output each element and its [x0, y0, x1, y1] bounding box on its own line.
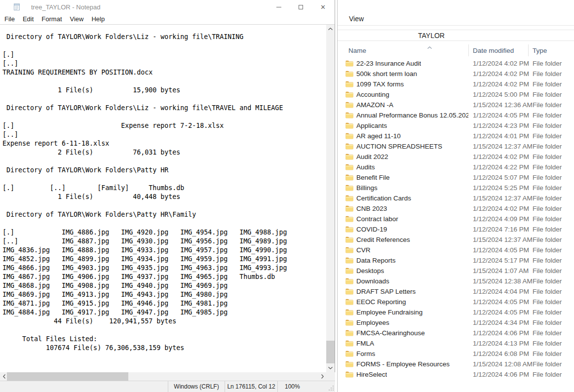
file-name: Benefit File — [356, 174, 390, 181]
menu-help[interactable]: Help — [87, 14, 109, 24]
menu-format[interactable]: Format — [38, 14, 66, 24]
explorer-ribbon: View — [338, 0, 574, 26]
file-row[interactable]: Desktops 1/15/2024 1:07 AM File folder — [338, 266, 574, 276]
file-date: 1/15/2024 12:37 AM — [468, 236, 528, 243]
scroll-down-icon[interactable] — [326, 364, 335, 372]
notepad-window: tree_TAYLOR - Notepad ✕ File Edit Format… — [0, 0, 335, 392]
file-type: File folder — [528, 163, 574, 171]
folder-icon — [345, 133, 353, 139]
column-separator[interactable] — [528, 44, 529, 56]
file-row[interactable]: Applicants 1/12/2024 4:23 PM File folder — [338, 120, 574, 131]
window-title: tree_TAYLOR - Notepad — [31, 3, 100, 11]
file-row[interactable]: FORMS - Employee Resources 1/15/2024 12:… — [338, 359, 574, 369]
file-row[interactable]: Certification Cards 1/15/2024 12:37 AM F… — [338, 193, 574, 203]
column-header-type[interactable]: Type — [533, 47, 547, 54]
file-date: 1/12/2024 4:05 PM — [468, 298, 528, 306]
file-row[interactable]: FMCSA-Clearinghouse 1/12/2024 4:06 PM Fi… — [338, 328, 574, 338]
file-type: File folder — [528, 101, 574, 109]
file-row[interactable]: Employees 1/12/2024 4:34 PM File folder — [338, 317, 574, 328]
maximize-button[interactable] — [290, 0, 312, 14]
file-name-cell: Desktops — [345, 267, 468, 274]
file-row[interactable]: Benefit File 1/12/2024 5:07 PM File fold… — [338, 172, 574, 183]
column-header-name[interactable]: Name — [348, 47, 366, 54]
file-name: Certification Cards — [356, 195, 411, 202]
explorer-address-bar[interactable]: TAYLOR — [338, 30, 574, 41]
file-row[interactable]: Contract labor 1/12/2024 4:09 PM File fo… — [338, 214, 574, 224]
folder-icon — [345, 71, 353, 77]
notepad-app-icon — [13, 3, 21, 11]
file-type: File folder — [528, 91, 574, 98]
notepad-text-area[interactable]: Directory of TAYLOR\Work Folders\Liz - w… — [0, 25, 327, 372]
minimize-icon — [276, 7, 281, 7]
folder-icon — [345, 299, 353, 305]
file-row[interactable]: AUCTION SPREADSHEETS 1/15/2024 12:37 AM … — [338, 141, 574, 152]
file-name-cell: DRAFT SAP Letters — [345, 288, 468, 295]
file-row[interactable]: 1099 TAX forms 1/12/2024 4:02 PM File fo… — [338, 79, 574, 89]
file-name-cell: Data Reports — [345, 257, 468, 264]
file-row[interactable]: COVID-19 1/12/2024 7:16 PM File folder — [338, 224, 574, 235]
file-row[interactable]: AMAZON -A 1/15/2024 12:36 AM File folder — [338, 100, 574, 110]
file-row[interactable]: Employee Fundraising 1/12/2024 4:05 PM F… — [338, 307, 574, 317]
file-row[interactable]: Audit 2022 1/12/2024 4:02 PM File folder — [338, 152, 574, 162]
file-type: File folder — [528, 195, 574, 202]
file-row[interactable]: AR aged 11-10 1/12/2024 4:01 PM File fol… — [338, 131, 574, 141]
horizontal-scroll-thumb[interactable] — [7, 372, 128, 381]
file-row[interactable]: FMLA 1/12/2024 4:13 PM File folder — [338, 338, 574, 349]
menu-edit[interactable]: Edit — [19, 14, 38, 24]
column-separator[interactable] — [468, 44, 469, 56]
file-row[interactable]: CNB 2023 1/12/2024 4:02 PM File folder — [338, 203, 574, 214]
file-name: Employee Fundraising — [356, 309, 422, 316]
file-name: EEOC Reporting — [356, 298, 406, 306]
folder-icon — [345, 288, 353, 295]
file-name: FMLA — [356, 340, 374, 347]
file-row[interactable]: CVR 1/12/2024 4:05 PM File folder — [338, 245, 574, 255]
file-row[interactable]: EEOC Reporting 1/12/2024 4:05 PM File fo… — [338, 297, 574, 307]
column-header-date-modified[interactable]: Date modified — [473, 47, 514, 54]
file-type: File folder — [528, 319, 574, 326]
file-type: File folder — [528, 70, 574, 78]
file-row[interactable]: Accounting 1/12/2024 5:00 PM File folder — [338, 89, 574, 100]
file-row[interactable]: Data Reports 1/12/2024 5:17 PM File fold… — [338, 255, 574, 266]
file-row[interactable]: DRAFT SAP Letters 1/12/2024 4:04 PM File… — [338, 286, 574, 297]
file-date: 1/15/2024 12:08 AM — [468, 360, 528, 368]
folder-icon — [345, 319, 353, 326]
vertical-scroll-thumb[interactable] — [326, 341, 335, 363]
close-button[interactable]: ✕ — [312, 0, 334, 14]
file-row[interactable]: HireSelect 1/12/2024 4:06 PM File folder — [338, 369, 574, 380]
folder-icon — [345, 185, 353, 191]
ribbon-tab-view[interactable]: View — [349, 15, 364, 23]
file-type: File folder — [528, 298, 574, 306]
file-row[interactable]: 500k short term loan 1/12/2024 4:02 PM F… — [338, 69, 574, 79]
maximize-icon — [299, 5, 303, 9]
file-type: File folder — [528, 340, 574, 347]
folder-icon — [345, 330, 353, 336]
file-date: 1/12/2024 4:23 PM — [468, 122, 528, 129]
horizontal-scrollbar[interactable] — [0, 372, 327, 381]
file-name: AMAZON -A — [356, 101, 393, 109]
folder-icon — [345, 226, 353, 233]
folder-icon — [345, 268, 353, 274]
file-row[interactable]: Credit References 1/15/2024 12:37 AM Fil… — [338, 235, 574, 245]
file-row[interactable]: Audits 1/12/2024 4:22 PM File folder — [338, 162, 574, 172]
file-name: FMCSA-Clearinghouse — [356, 329, 425, 337]
menu-file[interactable]: File — [0, 14, 19, 24]
vertical-scrollbar[interactable] — [326, 25, 335, 372]
scroll-right-icon[interactable] — [318, 372, 327, 381]
file-name: Contract labor — [356, 215, 398, 223]
file-date: 1/12/2024 4:05 PM — [468, 309, 528, 316]
file-name-cell: 1099 TAX forms — [345, 80, 468, 88]
minimize-button[interactable] — [268, 0, 290, 14]
menu-view[interactable]: View — [66, 14, 88, 24]
file-name: Credit References — [356, 236, 410, 243]
file-row[interactable]: Annual Preformance Bonus 12.05.2023 1/12… — [338, 110, 574, 120]
file-name-cell: Downloads — [345, 277, 468, 285]
file-row[interactable]: Billings 1/12/2024 5:25 PM File folder — [338, 183, 574, 193]
file-date: 1/12/2024 4:34 PM — [468, 319, 528, 326]
file-row[interactable]: Downloads 1/15/2024 12:38 AM File folder — [338, 276, 574, 286]
file-row[interactable]: Forms 1/12/2024 6:08 PM File folder — [338, 349, 574, 359]
file-row[interactable]: 22-23 Insurance Audit 1/12/2024 4:02 PM … — [338, 58, 574, 69]
scroll-up-icon[interactable] — [326, 25, 335, 33]
close-icon: ✕ — [320, 4, 326, 10]
file-name: FORMS - Employee Resources — [356, 360, 450, 368]
resize-grip[interactable] — [333, 390, 334, 391]
